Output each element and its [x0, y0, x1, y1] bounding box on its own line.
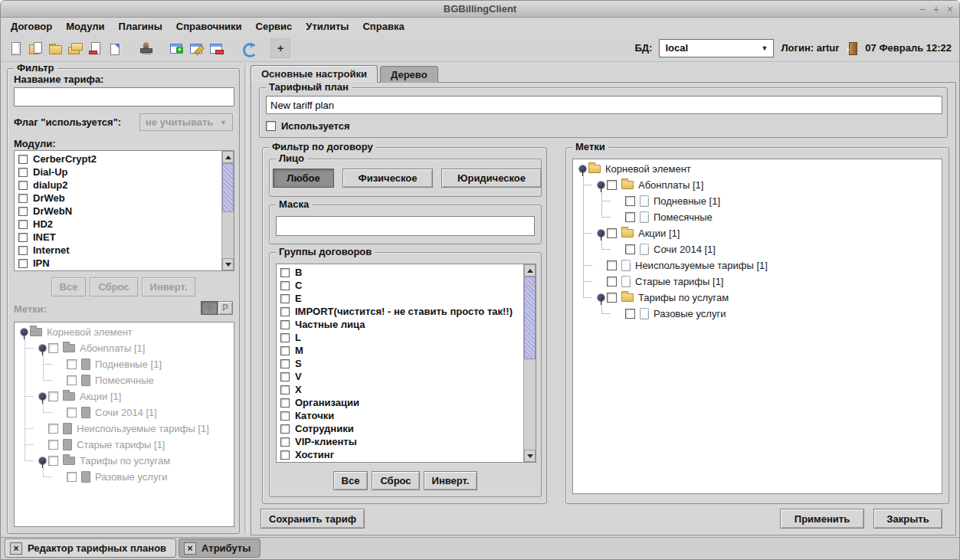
list-item[interactable]: CerberCrypt2: [16, 152, 220, 165]
modules-invert-button[interactable]: Инверт.: [142, 277, 196, 296]
tree-checkbox[interactable]: [48, 343, 58, 353]
tree-expand-knob[interactable]: [579, 165, 586, 172]
menu-item[interactable]: Утилиты: [299, 19, 355, 34]
tree-node[interactable]: Старые тарифы [1]: [15, 437, 234, 453]
close-icon[interactable]: ×: [947, 4, 953, 15]
tree-checkbox[interactable]: [625, 244, 635, 254]
item-checkbox[interactable]: [280, 372, 290, 382]
apply-button[interactable]: Применить: [780, 509, 864, 529]
list-item[interactable]: Каточки: [278, 409, 522, 422]
window-remove-icon[interactable]: [206, 38, 226, 58]
tree-checkbox[interactable]: [48, 391, 58, 401]
groups-scrollbar[interactable]: [523, 264, 536, 462]
list-item[interactable]: E: [278, 292, 522, 305]
tree-node[interactable]: Абонплаты [1]: [573, 177, 942, 193]
tree-node[interactable]: Подневные [1]: [573, 193, 942, 209]
item-checkbox[interactable]: [280, 359, 290, 368]
groups-all-button[interactable]: Все: [333, 471, 369, 490]
list-item[interactable]: INET: [16, 231, 220, 244]
tree-node[interactable]: Акции [1]: [573, 225, 942, 241]
paste-document-icon[interactable]: [105, 38, 125, 58]
tree-expand-knob[interactable]: [21, 329, 28, 336]
tab-tree[interactable]: Дерево: [380, 66, 438, 83]
list-item[interactable]: DrWeb: [16, 192, 220, 205]
list-item[interactable]: HD2: [16, 218, 220, 231]
scroll-up-icon[interactable]: [222, 151, 234, 163]
item-checkbox[interactable]: [18, 181, 28, 190]
save-tariff-button[interactable]: Сохранить тариф: [260, 509, 365, 529]
tree-node[interactable]: Неиспользуемые тарифы [1]: [573, 257, 942, 273]
remove-document-icon[interactable]: [85, 38, 105, 58]
open-document-icon[interactable]: [25, 38, 45, 58]
refresh-icon[interactable]: [238, 38, 258, 58]
tree-checkbox[interactable]: [607, 228, 617, 238]
panel-splitter[interactable]: [244, 65, 248, 533]
close-tab-icon[interactable]: ×: [184, 542, 196, 555]
modules-reset-button[interactable]: Сброс: [90, 277, 137, 296]
tree-node[interactable]: Сочи 2014 [1]: [15, 404, 234, 421]
tree-node[interactable]: Тарифы по услугам: [573, 290, 942, 306]
mask-input[interactable]: [276, 216, 535, 236]
item-checkbox[interactable]: [280, 385, 290, 395]
tree-expand-knob[interactable]: [598, 230, 605, 237]
tree-checkbox[interactable]: [67, 375, 77, 385]
tree-checkbox[interactable]: [48, 456, 58, 466]
tree-checkbox[interactable]: [625, 212, 635, 222]
tree-expand-knob[interactable]: [39, 393, 46, 400]
folder-icon[interactable]: [45, 38, 65, 58]
item-checkbox[interactable]: [280, 437, 290, 447]
used-flag-select[interactable]: не учитывать ▼: [139, 113, 233, 131]
tab-main-settings[interactable]: Основные настройки: [251, 65, 378, 83]
list-item[interactable]: B: [278, 266, 522, 279]
item-checkbox[interactable]: [18, 246, 28, 255]
tree-checkbox[interactable]: [67, 408, 77, 418]
groups-invert-button[interactable]: Инверт.: [424, 471, 478, 490]
exit-door-icon[interactable]: [846, 41, 858, 55]
tree-checkbox[interactable]: [607, 180, 617, 190]
scroll-down-icon[interactable]: [222, 258, 234, 270]
tree-node[interactable]: Неиспользуемые тарифы [1]: [15, 421, 234, 437]
modules-all-button[interactable]: Все: [51, 277, 87, 296]
item-checkbox[interactable]: [280, 307, 290, 316]
menu-item[interactable]: Справка: [355, 19, 411, 34]
tree-node[interactable]: Корневой элемент: [573, 161, 942, 177]
item-checkbox[interactable]: [18, 207, 28, 216]
list-item[interactable]: dialup2: [16, 178, 220, 192]
db-select[interactable]: local ▼: [659, 39, 774, 57]
scroll-down-icon[interactable]: [524, 450, 536, 462]
tree-checkbox[interactable]: [625, 309, 635, 319]
list-item-partial[interactable]: [278, 461, 522, 463]
tree-expand-knob[interactable]: [39, 345, 46, 352]
person-option-button[interactable]: Физическое: [342, 169, 433, 188]
tree-node[interactable]: Помесячные: [15, 372, 234, 388]
menu-item[interactable]: Сервис: [249, 19, 300, 34]
tree-node[interactable]: Акции [1]: [15, 388, 234, 404]
list-item[interactable]: S: [278, 357, 522, 370]
list-item-partial[interactable]: [16, 270, 220, 271]
list-item[interactable]: Dial-Up: [16, 165, 220, 178]
tree-checkbox[interactable]: [625, 196, 635, 206]
list-item[interactable]: Частные лица: [278, 318, 522, 331]
list-item[interactable]: L: [278, 331, 522, 344]
labels-f-toggle[interactable]: Ф: [201, 301, 218, 315]
item-checkbox[interactable]: [280, 424, 290, 434]
tree-expand-knob[interactable]: [598, 294, 605, 301]
tree-checkbox[interactable]: [48, 440, 58, 450]
folders-icon[interactable]: [65, 38, 85, 58]
tree-node[interactable]: Старые тарифы [1]: [573, 273, 942, 290]
item-checkbox[interactable]: [280, 398, 290, 408]
menu-item[interactable]: Справочники: [169, 19, 249, 34]
item-checkbox[interactable]: [280, 281, 290, 290]
list-item[interactable]: VIP-клиенты: [278, 435, 522, 448]
close-button[interactable]: Закрыть: [873, 509, 942, 529]
list-item[interactable]: DrWebN: [16, 205, 220, 218]
modules-scrollbar[interactable]: [221, 151, 234, 270]
window-add-icon[interactable]: [166, 38, 186, 58]
item-checkbox[interactable]: [280, 268, 290, 277]
tree-checkbox[interactable]: [607, 277, 617, 287]
tree-node[interactable]: Корневой элемент: [15, 324, 234, 340]
list-item[interactable]: Сотрудники: [278, 422, 522, 435]
person-option-button[interactable]: Юридическое: [441, 169, 542, 188]
item-checkbox[interactable]: [280, 346, 290, 355]
item-checkbox[interactable]: [18, 259, 28, 268]
